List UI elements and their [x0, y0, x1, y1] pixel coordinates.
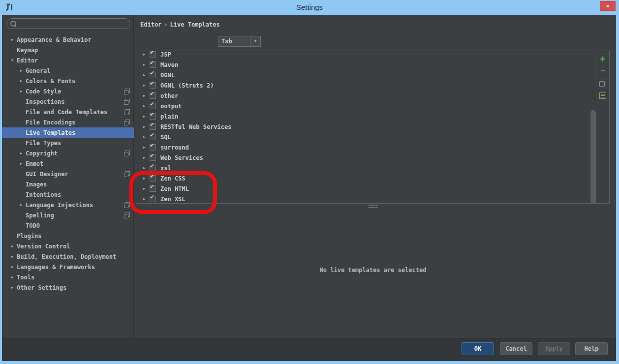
template-group-row-zen-css[interactable]: ▶✔Zen CSS — [136, 173, 596, 183]
chevron-collapsed-icon[interactable]: ▶ — [18, 203, 25, 207]
sidebar-item-intentions[interactable]: Intentions — [2, 189, 134, 200]
restore-defaults-button[interactable] — [598, 91, 608, 100]
template-group-row-plain[interactable]: ▶✔plain — [136, 111, 596, 121]
sidebar-item-code-style[interactable]: ▶Code Style — [2, 86, 134, 96]
group-checkbox[interactable]: ✔ — [150, 61, 156, 68]
group-checkbox[interactable]: ✔ — [150, 144, 156, 151]
chevron-collapsed-icon[interactable]: ▶ — [140, 104, 148, 108]
group-checkbox[interactable]: ✔ — [150, 185, 156, 192]
chevron-collapsed-icon[interactable]: ▶ — [9, 275, 16, 279]
template-group-row-jsp[interactable]: ▶✔JSP — [136, 51, 596, 60]
chevron-collapsed-icon[interactable]: ▶ — [140, 83, 148, 88]
template-group-row-sql[interactable]: ▶✔SQL — [136, 132, 596, 142]
sidebar-item-build-execution-deployment[interactable]: ▶Build, Execution, Deployment — [2, 251, 134, 262]
sidebar-item-file-types[interactable]: File Types — [2, 138, 134, 148]
duplicate-template-button[interactable] — [598, 78, 608, 88]
group-checkbox[interactable]: ✔ — [150, 92, 156, 99]
chevron-collapsed-icon[interactable]: ▶ — [140, 197, 148, 201]
chevron-collapsed-icon[interactable]: ▶ — [18, 151, 25, 155]
template-group-row-zen-html[interactable]: ▶✔Zen HTML — [136, 183, 596, 194]
group-checkbox[interactable]: ✔ — [150, 51, 156, 58]
sidebar-item-file-and-code-templates[interactable]: File and Code Templates — [2, 107, 134, 117]
template-group-row-other[interactable]: ▶✔other — [136, 91, 596, 101]
sidebar-item-file-encodings[interactable]: File Encodings — [2, 117, 134, 127]
chevron-collapsed-icon[interactable]: ▶ — [140, 93, 148, 98]
template-group-row-zen-xsl[interactable]: ▶✔Zen XSL — [136, 194, 596, 203]
chevron-collapsed-icon[interactable]: ▶ — [9, 285, 16, 290]
sidebar-item-inspections[interactable]: Inspections — [2, 96, 134, 107]
template-group-row-maven[interactable]: ▶✔Maven — [136, 60, 596, 70]
combobox-value: Tab — [218, 36, 250, 46]
sidebar-item-general[interactable]: ▶General — [2, 65, 134, 76]
template-group-row-web-services[interactable]: ▶✔Web Services — [136, 152, 596, 163]
chevron-collapsed-icon[interactable]: ▶ — [140, 124, 148, 129]
chevron-collapsed-icon[interactable]: ▶ — [140, 166, 148, 170]
ok-button[interactable]: OK — [462, 342, 494, 355]
chevron-collapsed-icon[interactable]: ▶ — [140, 62, 148, 67]
remove-template-button[interactable]: − — [598, 66, 608, 76]
group-checkbox[interactable]: ✔ — [150, 123, 156, 130]
sidebar-item-copyright[interactable]: ▶Copyright — [2, 148, 134, 158]
group-checkbox[interactable]: ✔ — [150, 72, 156, 78]
chevron-collapsed-icon[interactable]: ▶ — [18, 161, 25, 166]
breadcrumb-editor[interactable]: Editor — [140, 21, 161, 28]
chevron-down-icon[interactable]: ▼ — [250, 36, 260, 46]
add-template-button[interactable]: + — [598, 54, 608, 63]
template-group-row-surround[interactable]: ▶✔surround — [136, 142, 596, 152]
vertical-scrollbar-thumb[interactable] — [590, 110, 596, 204]
splitter-drag-handle[interactable] — [368, 205, 378, 209]
chevron-collapsed-icon[interactable]: ▶ — [9, 254, 16, 259]
sidebar-item-keymap[interactable]: Keymap — [2, 45, 134, 55]
chevron-collapsed-icon[interactable]: ▶ — [140, 114, 148, 119]
expand-with-combobox[interactable]: Tab ▼ — [218, 36, 261, 47]
sidebar-item-plugins[interactable]: Plugins — [2, 231, 134, 241]
chevron-collapsed-icon[interactable]: ▶ — [18, 68, 25, 73]
sidebar-item-colors-fonts[interactable]: ▶Colors & Fonts — [2, 76, 134, 86]
chevron-collapsed-icon[interactable]: ▶ — [140, 145, 148, 150]
chevron-collapsed-icon[interactable]: ▶ — [140, 135, 148, 139]
chevron-collapsed-icon[interactable]: ▶ — [140, 186, 148, 191]
chevron-collapsed-icon[interactable]: ▶ — [9, 265, 16, 269]
sidebar-item-editor[interactable]: ▼Editor — [2, 55, 134, 65]
template-group-row-output[interactable]: ▶✔output — [136, 101, 596, 111]
chevron-collapsed-icon[interactable]: ▶ — [140, 176, 148, 181]
apply-button[interactable]: Apply — [538, 342, 570, 355]
sidebar-item-images[interactable]: Images — [2, 179, 134, 189]
chevron-collapsed-icon[interactable]: ▶ — [140, 52, 148, 57]
sidebar-item-emmet[interactable]: ▶Emmet — [2, 158, 134, 169]
settings-search-box[interactable] — [6, 18, 130, 29]
sidebar-item-language-injections[interactable]: ▶Language Injections — [2, 200, 134, 210]
sidebar-item-live-templates[interactable]: Live Templates — [2, 127, 134, 138]
chevron-collapsed-icon[interactable]: ▶ — [140, 155, 148, 160]
group-checkbox[interactable]: ✔ — [150, 113, 156, 120]
sidebar-item-other-settings[interactable]: ▶Other Settings — [2, 282, 134, 293]
sidebar-item-todo[interactable]: TODO — [2, 220, 134, 231]
sidebar-item-appearance-behavior[interactable]: ▶Appearance & Behavior — [2, 34, 134, 45]
group-checkbox[interactable]: ✔ — [150, 154, 156, 161]
group-checkbox[interactable]: ✔ — [150, 134, 156, 140]
chevron-expanded-icon[interactable]: ▼ — [9, 58, 16, 62]
group-checkbox[interactable]: ✔ — [150, 82, 156, 89]
chevron-collapsed-icon[interactable]: ▶ — [18, 79, 25, 83]
group-checkbox[interactable]: ✔ — [150, 175, 156, 182]
search-input[interactable] — [17, 20, 130, 27]
sidebar-item-version-control[interactable]: ▶Version Control — [2, 241, 134, 251]
sidebar-item-spelling[interactable]: Spelling — [2, 210, 134, 220]
chevron-collapsed-icon[interactable]: ▶ — [140, 73, 148, 77]
chevron-collapsed-icon[interactable]: ▶ — [18, 89, 25, 93]
sidebar-item-languages-frameworks[interactable]: ▶Languages & Frameworks — [2, 262, 134, 272]
group-checkbox[interactable]: ✔ — [150, 165, 156, 171]
template-group-row-restful-web-services[interactable]: ▶✔RESTful Web Services — [136, 121, 596, 132]
chevron-collapsed-icon[interactable]: ▶ — [9, 37, 16, 42]
template-group-row-xsl[interactable]: ▶✔xsl — [136, 163, 596, 173]
sidebar-item-tools[interactable]: ▶Tools — [2, 272, 134, 282]
group-checkbox[interactable]: ✔ — [150, 103, 156, 109]
template-group-row-ognl[interactable]: ▶✔OGNL — [136, 70, 596, 80]
help-button[interactable]: Help — [575, 342, 608, 355]
cancel-button[interactable]: Cancel — [500, 342, 532, 355]
group-checkbox[interactable]: ✔ — [150, 196, 156, 202]
close-window-button[interactable]: ✕ — [600, 1, 616, 11]
sidebar-item-gui-designer[interactable]: GUI Designer — [2, 169, 134, 179]
template-group-row-ognl-struts-2[interactable]: ▶✔OGNL (Struts 2) — [136, 80, 596, 91]
chevron-collapsed-icon[interactable]: ▶ — [9, 244, 16, 248]
